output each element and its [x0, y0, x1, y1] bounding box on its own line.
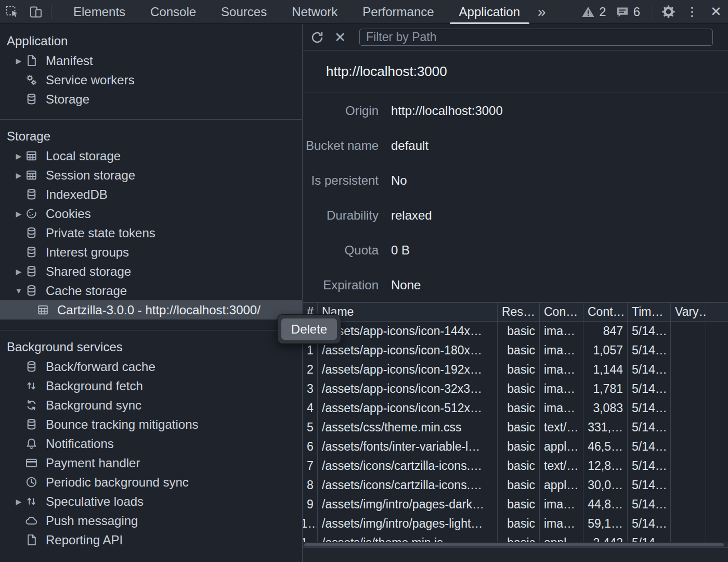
cache-panel-toolbar: ✕ — [303, 24, 728, 50]
warnings-counter[interactable]: 2 — [581, 5, 606, 19]
sidebar-item-payment-handler[interactable]: Payment handler — [0, 453, 302, 472]
document-icon — [25, 533, 41, 546]
sidebar-item-service-workers[interactable]: Service workers — [0, 70, 302, 90]
cell — [706, 341, 728, 360]
section-header-storage: Storage — [0, 126, 302, 146]
sidebar-item-label: Periodic background sync — [46, 475, 189, 490]
table-row[interactable]: 1…/assets/js/theme.min.jsbasicappl…2,442… — [303, 533, 728, 542]
issues-counter[interactable]: 6 — [616, 5, 640, 19]
expander-collapsed-icon[interactable]: ▶ — [14, 267, 24, 276]
table-row[interactable]: 3/assets/app-icons/icon-32x3…basicima…1,… — [303, 379, 728, 399]
sidebar-item-local-storage[interactable]: ▶Local storage — [0, 146, 302, 165]
cell: ima… — [540, 495, 583, 514]
sidebar-item-cache-storage[interactable]: ▼Cache storage — [0, 281, 302, 300]
inspect-element-icon[interactable] — [0, 0, 24, 24]
database-icon — [25, 188, 41, 201]
cell: basic — [498, 495, 540, 514]
horizontal-scrollbar[interactable] — [303, 542, 728, 547]
sidebar-item-notifications[interactable]: Notifications — [0, 434, 302, 453]
tab-application[interactable]: Application — [447, 0, 532, 24]
sidebar-item-label: Background sync — [46, 398, 141, 413]
sidebar-item-cartzilla-3-0-0-http-localhost-3000[interactable]: Cartzilla-3.0.0 - http://localhost:3000/ — [0, 300, 302, 320]
detail-value: default — [391, 138, 428, 153]
sidebar-item-label: IndexedDB — [46, 187, 108, 202]
cell: ima… — [540, 514, 583, 533]
sidebar-item-reporting-api[interactable]: Reporting API — [0, 530, 302, 550]
column-header-name[interactable]: Name — [318, 303, 498, 321]
detail-label: Expiration — [303, 278, 379, 292]
column-header-vary[interactable]: Vary… — [671, 303, 706, 321]
sidebar-item-background-sync[interactable]: Background sync — [0, 395, 302, 415]
scrollbar-thumb[interactable] — [304, 543, 724, 546]
kebab-menu-icon[interactable] — [680, 0, 704, 24]
cell: 5/14… — [628, 360, 671, 379]
sidebar-item-push-messaging[interactable]: Push messaging — [0, 511, 302, 530]
table-row[interactable]: 6/assets/fonts/inter-variable-l…basicapp… — [303, 437, 728, 456]
tab-console[interactable]: Console — [138, 0, 209, 24]
settings-gear-icon[interactable] — [656, 0, 680, 24]
database-icon — [25, 246, 41, 259]
table-body: 0/assets/app-icons/icon-144x…basicima…84… — [303, 322, 728, 542]
expander-collapsed-icon[interactable]: ▶ — [14, 57, 24, 65]
sidebar-item-background-fetch[interactable]: Background fetch — [0, 376, 302, 395]
column-header-res[interactable]: Res… — [498, 303, 540, 321]
table-row[interactable]: 1…/assets/img/intro/pages-light…basicima… — [303, 514, 728, 533]
cell — [671, 360, 706, 379]
column-header-tim[interactable]: Tim… — [628, 303, 671, 321]
filter-by-path-input[interactable] — [359, 29, 713, 46]
cell: 2 — [303, 360, 318, 379]
table-row[interactable]: 4/assets/app-icons/icon-512x…basicima…3,… — [303, 399, 728, 418]
expander-collapsed-icon[interactable]: ▶ — [14, 497, 24, 506]
sidebar-item-cookies[interactable]: ▶Cookies — [0, 204, 302, 223]
sidebar-item-storage[interactable]: Storage — [0, 90, 302, 109]
tab-elements[interactable]: Elements — [61, 0, 138, 24]
sidebar-item-session-storage[interactable]: ▶Session storage — [0, 165, 302, 185]
origin-heading: http://localhost:3000 — [303, 50, 728, 93]
clear-icon[interactable]: ✕ — [331, 29, 349, 46]
sidebar-item-bounce-tracking-mitigations[interactable]: Bounce tracking mitigations — [0, 415, 302, 434]
refresh-icon[interactable] — [308, 29, 326, 46]
sidebar-item-private-state-tokens[interactable]: Private state tokens — [0, 223, 302, 242]
more-tabs-icon[interactable]: » — [532, 4, 550, 20]
table-row[interactable]: 1/assets/app-icons/icon-180x…basicima…1,… — [303, 341, 728, 360]
sidebar-item-speculative-loads[interactable]: ▶Speculative loads — [0, 492, 302, 511]
sidebar-item-back-forward-cache[interactable]: Back/forward cache — [0, 357, 302, 376]
cell: 5/14… — [628, 341, 671, 360]
message-icon — [616, 6, 629, 18]
column-header-cont[interactable]: Cont… — [583, 303, 628, 321]
tab-sources[interactable]: Sources — [209, 0, 279, 24]
table-row[interactable]: 9/assets/img/intro/pages-dark…basicima…4… — [303, 495, 728, 514]
column-header-filler[interactable] — [706, 303, 728, 321]
table-row[interactable]: 7/assets/icons/cartzilla-icons.…basictex… — [303, 456, 728, 476]
expander-collapsed-icon[interactable]: ▶ — [14, 210, 24, 218]
expander-expanded-icon[interactable]: ▼ — [14, 287, 24, 295]
table-row[interactable]: 5/assets/css/theme.min.cssbasictext/…331… — [303, 418, 728, 437]
detail-label: Is persistent — [303, 173, 379, 188]
sidebar-item-periodic-background-sync[interactable]: Periodic background sync — [0, 472, 302, 492]
sidebar-item-manifest[interactable]: ▶Manifest — [0, 51, 302, 70]
cell: 5/14… — [628, 495, 671, 514]
sidebar-item-label: Cache storage — [46, 284, 127, 298]
sidebar-item-indexeddb[interactable]: IndexedDB — [0, 185, 302, 204]
device-toolbar-icon[interactable] — [24, 0, 48, 24]
cell — [671, 399, 706, 418]
expander-collapsed-icon[interactable]: ▶ — [14, 152, 24, 160]
cell — [706, 379, 728, 399]
database-icon — [25, 265, 41, 278]
delete-menu-item[interactable]: Delete — [281, 318, 337, 340]
column-header-con[interactable]: Con… — [540, 303, 583, 321]
table-row[interactable]: 0/assets/app-icons/icon-144x…basicima…84… — [303, 322, 728, 341]
tab-network[interactable]: Network — [279, 0, 350, 24]
sidebar-item-label: Shared storage — [46, 264, 131, 279]
cell — [706, 476, 728, 495]
tab-performance[interactable]: Performance — [350, 0, 446, 24]
cell: ima… — [540, 322, 583, 341]
table-row[interactable]: 2/assets/app-icons/icon-192x…basicima…1,… — [303, 360, 728, 379]
sidebar-item-interest-groups[interactable]: Interest groups — [0, 242, 302, 262]
expander-collapsed-icon[interactable]: ▶ — [14, 171, 24, 180]
cache-entries-table: #NameRes…Con…Cont…Tim…Vary… 0/assets/app… — [303, 302, 728, 542]
close-icon[interactable]: ✕ — [704, 0, 728, 24]
table-row[interactable]: 8/assets/icons/cartzilla-icons.…basicapp… — [303, 476, 728, 495]
sidebar-item-shared-storage[interactable]: ▶Shared storage — [0, 262, 302, 281]
cell: text/… — [540, 418, 583, 437]
